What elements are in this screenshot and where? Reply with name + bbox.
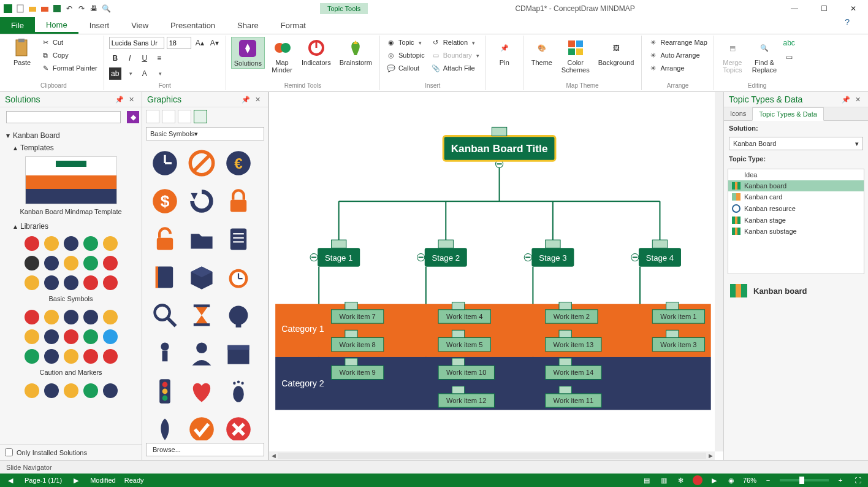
close-panel-icon[interactable]: ✕: [853, 96, 863, 104]
solutions-search-input[interactable]: [6, 111, 121, 123]
rearrange-map-button[interactable]: ✳Rearrange Map: [647, 37, 708, 48]
pin-panel-icon[interactable]: 📌: [839, 96, 853, 104]
lib-icon[interactable]: [25, 310, 39, 324]
fit-icon[interactable]: ⛶: [852, 475, 863, 486]
heart-icon[interactable]: [185, 375, 218, 408]
cut-button[interactable]: ✂Cut: [39, 37, 99, 48]
lib-icon[interactable]: [103, 310, 118, 324]
lib-icon[interactable]: [83, 383, 98, 398]
vertical-scrollbar[interactable]: [715, 92, 723, 451]
box-icon[interactable]: [185, 261, 218, 294]
close-window-button[interactable]: ✕: [841, 2, 866, 15]
solution-select[interactable]: Kanban Board▾: [729, 137, 863, 150]
type-row-kanban-stage[interactable]: Kanban stage: [728, 215, 864, 226]
gfx-mode-4[interactable]: [194, 110, 207, 123]
record-icon[interactable]: [693, 475, 702, 485]
align-button[interactable]: ≡: [153, 52, 166, 64]
help-icon[interactable]: ?: [826, 17, 868, 34]
subtopic-button[interactable]: ◎Subtopic: [385, 50, 426, 61]
mode-icon[interactable]: ◉: [726, 475, 737, 486]
lib-icon[interactable]: [103, 349, 118, 364]
pin-button[interactable]: 📌Pin: [491, 37, 518, 67]
stage-2-node[interactable]: Stage 2: [425, 240, 467, 267]
lib-icon[interactable]: [25, 383, 39, 398]
type-row-idea[interactable]: Idea: [728, 169, 864, 180]
auto-arrange-button[interactable]: ✳Auto Arrange: [647, 50, 701, 61]
close-icon[interactable]: [39, 3, 50, 14]
notebook-icon[interactable]: [148, 261, 181, 294]
scroll-left-icon[interactable]: ◀: [269, 451, 278, 460]
graphics-library-select[interactable]: Basic Symbols▾: [146, 127, 264, 140]
lib-icon[interactable]: [83, 275, 98, 290]
next-page-icon[interactable]: ▶: [70, 475, 82, 486]
only-installed-checkbox[interactable]: [5, 448, 13, 456]
select-button[interactable]: ▭: [783, 51, 795, 63]
lock-icon[interactable]: [222, 185, 255, 218]
highlight-button[interactable]: ab: [109, 67, 121, 80]
app-icon[interactable]: [2, 3, 13, 14]
arrange-button[interactable]: ✳Arrange: [647, 63, 685, 74]
dollar-icon[interactable]: $: [148, 185, 181, 218]
lib-icon[interactable]: [64, 383, 78, 398]
highlight-dropdown[interactable]: [124, 67, 136, 80]
gfx-mode-2[interactable]: [162, 110, 175, 123]
font-color-dropdown[interactable]: [153, 67, 166, 80]
sub-tab-types[interactable]: Topic Types & Data: [752, 107, 824, 121]
redo-icon[interactable]: ↷: [76, 3, 87, 14]
lib-icon[interactable]: [103, 275, 118, 290]
tab-share[interactable]: Share: [226, 17, 270, 34]
horizontal-scrollbar[interactable]: ◀▶: [269, 451, 715, 460]
font-size-select[interactable]: [167, 37, 191, 49]
lib-icon[interactable]: [83, 349, 98, 364]
lib-icon[interactable]: [103, 329, 118, 344]
font-color-button[interactable]: A: [139, 67, 151, 80]
tab-presentation[interactable]: Presentation: [159, 17, 226, 34]
lib-icon[interactable]: [64, 256, 78, 270]
paste-button[interactable]: Paste: [9, 37, 36, 67]
minimize-button[interactable]: —: [782, 2, 807, 15]
lib-icon[interactable]: [25, 256, 39, 270]
traffic-light-icon[interactable]: [148, 375, 181, 408]
zoom-out-icon[interactable]: −: [763, 475, 774, 486]
zoom-in-icon[interactable]: +: [835, 475, 846, 486]
reload-icon[interactable]: [185, 185, 218, 218]
document-icon[interactable]: [222, 223, 255, 256]
filter-icon[interactable]: ◆: [127, 111, 139, 123]
person-icon[interactable]: [148, 337, 181, 370]
font-family-select[interactable]: [109, 37, 164, 49]
magnifier-icon[interactable]: [148, 299, 181, 332]
browse-button[interactable]: Browse...: [146, 443, 264, 456]
view-mode-2-icon[interactable]: ▥: [658, 475, 669, 486]
zoom-slider[interactable]: [780, 479, 829, 481]
lib-icon[interactable]: [44, 236, 59, 251]
tab-format[interactable]: Format: [270, 17, 317, 34]
close-panel-icon[interactable]: ✕: [253, 96, 263, 104]
callout-button[interactable]: 💬Callout: [385, 63, 426, 74]
hourglass-icon[interactable]: [185, 299, 218, 332]
attach-file-button[interactable]: 📎Attach File: [430, 63, 481, 74]
lib-icon[interactable]: [25, 275, 39, 290]
bold-button[interactable]: B: [109, 52, 121, 64]
context-tab-topic-tools[interactable]: Topic Tools: [320, 3, 368, 14]
lib-icon[interactable]: [25, 329, 39, 344]
sub-tab-icons[interactable]: Icons: [724, 107, 752, 120]
lib-icon[interactable]: [64, 349, 78, 364]
template-thumbnail[interactable]: [25, 156, 117, 204]
solutions-button[interactable]: Solutions: [231, 37, 265, 69]
gfx-mode-1[interactable]: [146, 110, 159, 123]
relation-button[interactable]: ↺Relation: [430, 37, 481, 48]
folder-icon[interactable]: [185, 223, 218, 256]
pin-panel-icon[interactable]: 📌: [239, 96, 253, 104]
title-node[interactable]: Kanban Board Title: [443, 127, 555, 161]
lib-icon[interactable]: [83, 236, 98, 251]
alarm-clock-icon[interactable]: [222, 261, 255, 294]
print-icon[interactable]: 🖶: [88, 3, 99, 14]
brainstorm-button[interactable]: Brainstorm: [337, 37, 375, 67]
increase-font-button[interactable]: A▴: [194, 37, 206, 49]
stage-1-node[interactable]: Stage 1: [318, 240, 360, 267]
lib-icon[interactable]: [25, 349, 39, 364]
theme-button[interactable]: 🎨Theme: [528, 37, 555, 67]
rocket-icon[interactable]: [148, 413, 181, 440]
view-mode-3-icon[interactable]: ✻: [676, 475, 687, 486]
manager-icon[interactable]: [185, 337, 218, 370]
